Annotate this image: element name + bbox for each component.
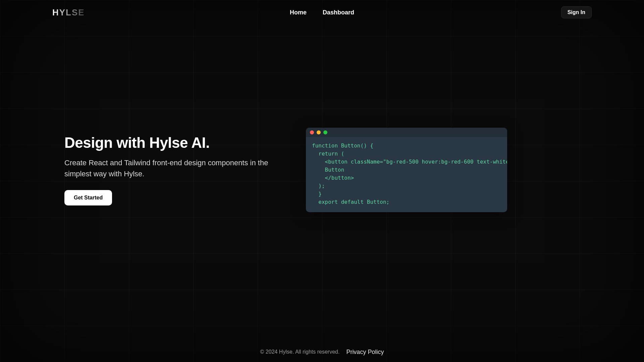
privacy-policy-link[interactable]: Privacy Policy [346, 349, 384, 356]
hero-subheadline: Create React and Tailwind front-end desi… [64, 157, 279, 179]
window-titlebar [306, 128, 507, 137]
site-footer: © 2024 Hylse. All rights reserved. Priva… [0, 342, 644, 362]
page-root: HYLSE Home Dashboard Sign In Design with… [0, 0, 644, 362]
window-close-icon [310, 130, 314, 134]
window-maximize-icon [323, 130, 327, 134]
code-snippet: function Button() { return ( <button cla… [306, 137, 507, 212]
hero-text-block: Design with Hylse AI. Create React and T… [64, 134, 279, 205]
hero-row: Design with Hylse AI. Create React and T… [64, 128, 580, 212]
window-minimize-icon [317, 130, 321, 134]
hero-code-block: function Button() { return ( <button cla… [306, 128, 580, 212]
hero-section: Design with Hylse AI. Create React and T… [52, 0, 592, 362]
hero-headline: Design with Hylse AI. [64, 134, 279, 151]
code-window: function Button() { return ( <button cla… [306, 128, 507, 212]
get-started-button[interactable]: Get Started [64, 190, 112, 205]
copyright-text: © 2024 Hylse. All rights reserved. [260, 349, 340, 355]
